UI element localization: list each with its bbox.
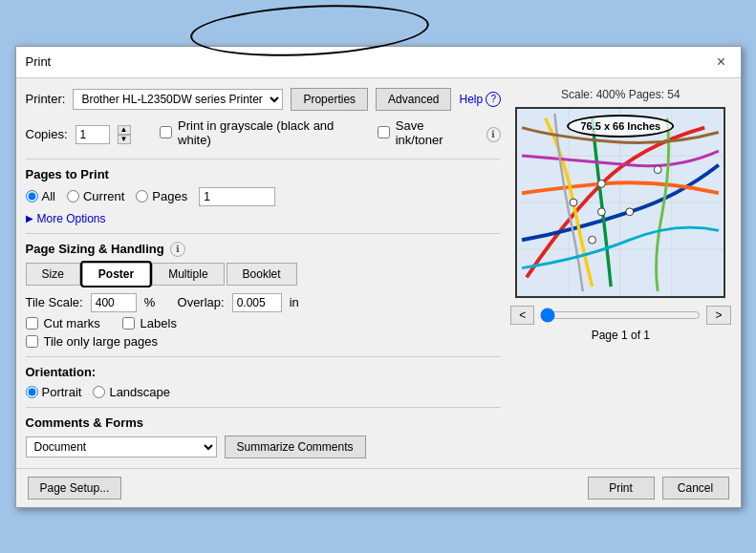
save-ink-checkbox[interactable] bbox=[378, 126, 390, 138]
comments-row: Document Summarize Comments bbox=[26, 436, 502, 458]
printer-label: Printer: bbox=[26, 92, 66, 106]
help-label: Help bbox=[459, 93, 483, 106]
right-panel: Scale: 400% Pages: 54 76.5 x 66 Inches bbox=[510, 88, 730, 458]
tile-scale-unit: % bbox=[144, 295, 156, 309]
pages-input[interactable] bbox=[199, 187, 275, 206]
page-nav: < > bbox=[510, 306, 730, 325]
overlap-input[interactable] bbox=[232, 293, 282, 312]
svg-point-7 bbox=[598, 180, 606, 187]
left-panel: Printer: Brother HL-L2350DW series Print… bbox=[26, 88, 502, 458]
properties-button[interactable]: Properties bbox=[291, 88, 368, 111]
copies-down-button[interactable]: ▼ bbox=[118, 135, 131, 144]
close-button[interactable]: × bbox=[712, 53, 731, 72]
copies-label: Copies: bbox=[26, 127, 68, 141]
landscape-radio-row: Landscape bbox=[93, 385, 170, 399]
labels-checkbox[interactable] bbox=[122, 317, 135, 330]
copies-up-button[interactable]: ▲ bbox=[118, 125, 131, 135]
bottom-right-buttons: Print Cancel bbox=[588, 477, 729, 500]
tile-only-label: Tile only large pages bbox=[44, 334, 158, 349]
tab-poster[interactable]: Poster bbox=[82, 263, 150, 286]
dialog-title: Print bbox=[26, 54, 52, 69]
grayscale-row: Print in grayscale (black and white) Sav… bbox=[160, 118, 501, 151]
svg-point-12 bbox=[655, 165, 662, 173]
page-sizing-label: Page Sizing & Handling bbox=[26, 242, 164, 256]
copies-input[interactable] bbox=[76, 125, 110, 144]
svg-point-10 bbox=[626, 207, 634, 215]
grayscale-checkbox[interactable] bbox=[160, 126, 172, 138]
next-page-button[interactable]: > bbox=[706, 306, 730, 325]
all-radio-row: All bbox=[26, 189, 55, 203]
labels-label: Labels bbox=[140, 316, 177, 330]
pages-radio-group: All Current Pages bbox=[26, 187, 502, 206]
tab-booklet[interactable]: Booklet bbox=[227, 263, 297, 286]
current-radio-row: Current bbox=[67, 189, 124, 203]
cut-marks-row: Cut marks Labels bbox=[26, 316, 502, 330]
preview-svg bbox=[517, 109, 724, 296]
tile-scale-label: Tile Scale: bbox=[26, 295, 83, 309]
bottom-bar: Page Setup... Print Cancel bbox=[16, 468, 741, 507]
pages-to-print-label: Pages to Print bbox=[26, 167, 502, 181]
orientation-radio-group: Portrait Landscape bbox=[26, 385, 502, 399]
save-ink-label: Save ink/toner bbox=[396, 118, 471, 147]
cut-marks-checkbox[interactable] bbox=[26, 317, 38, 330]
more-options-toggle[interactable]: ▶ More Options bbox=[26, 212, 502, 225]
printer-select[interactable]: Brother HL-L2350DW series Printer bbox=[73, 89, 283, 110]
save-ink-info-icon: ℹ bbox=[486, 127, 501, 142]
page-sizing-tabs: Size Poster Multiple Booklet bbox=[26, 263, 502, 286]
portrait-radio[interactable] bbox=[26, 386, 38, 398]
comments-select[interactable]: Document bbox=[26, 436, 217, 457]
portrait-label: Portrait bbox=[42, 385, 82, 399]
pages-radio[interactable] bbox=[136, 190, 148, 202]
dialog-content: Printer: Brother HL-L2350DW series Print… bbox=[16, 78, 741, 468]
landscape-radio[interactable] bbox=[93, 386, 105, 398]
overlap-unit: in bbox=[290, 295, 299, 309]
advanced-button[interactable]: Advanced bbox=[376, 88, 451, 111]
copies-spinner: ▲ ▼ bbox=[118, 125, 131, 144]
save-ink-checkbox-row: Save ink/toner bbox=[378, 118, 471, 147]
svg-point-8 bbox=[598, 207, 606, 215]
summarize-comments-button[interactable]: Summarize Comments bbox=[225, 436, 366, 458]
preview-container: 76.5 x 66 Inches bbox=[515, 107, 725, 298]
landscape-label: Landscape bbox=[109, 385, 170, 399]
current-label: Current bbox=[83, 189, 124, 203]
page-setup-button[interactable]: Page Setup... bbox=[28, 477, 122, 500]
portrait-radio-row: Portrait bbox=[26, 385, 82, 399]
more-options-label: More Options bbox=[37, 212, 106, 225]
print-button[interactable]: Print bbox=[588, 477, 655, 500]
page-sizing-header: Page Sizing & Handling ℹ bbox=[26, 242, 502, 257]
page-info: Page 1 of 1 bbox=[592, 329, 650, 342]
grayscale-label: Print in grayscale (black and white) bbox=[178, 118, 362, 147]
help-icon: ? bbox=[486, 92, 501, 107]
tab-multiple[interactable]: Multiple bbox=[152, 263, 224, 286]
scale-preview-text: Scale: 400% Pages: 54 bbox=[561, 88, 680, 101]
all-label: All bbox=[42, 189, 55, 203]
prev-page-button[interactable]: < bbox=[510, 306, 534, 325]
copies-row: Copies: ▲ ▼ Print in grayscale (black an… bbox=[26, 118, 502, 151]
help-link[interactable]: Help ? bbox=[459, 92, 501, 107]
pages-radio-row: Pages bbox=[136, 189, 187, 203]
tab-size[interactable]: Size bbox=[26, 263, 80, 286]
tile-only-row: Tile only large pages bbox=[26, 334, 502, 349]
overlap-label: Overlap: bbox=[178, 295, 225, 309]
svg-point-11 bbox=[589, 236, 596, 244]
print-dialog: Print × Printer: Brother HL-L2350DW seri… bbox=[15, 46, 742, 508]
tile-scale-row: Tile Scale: % Overlap: in bbox=[26, 293, 502, 312]
preview-box bbox=[515, 107, 725, 298]
tile-scale-input[interactable] bbox=[91, 293, 137, 312]
pages-label: Pages bbox=[152, 189, 187, 203]
grayscale-checkbox-row: Print in grayscale (black and white) bbox=[160, 118, 362, 147]
page-sizing-info-icon: ℹ bbox=[170, 242, 185, 257]
more-options-triangle: ▶ bbox=[26, 213, 33, 223]
orientation-label: Orientation: bbox=[26, 365, 502, 379]
page-slider[interactable] bbox=[540, 308, 701, 323]
tile-only-checkbox[interactable] bbox=[26, 335, 38, 348]
all-radio[interactable] bbox=[26, 190, 38, 202]
comments-forms-label: Comments & Forms bbox=[26, 415, 502, 430]
printer-row: Printer: Brother HL-L2350DW series Print… bbox=[26, 88, 502, 111]
current-radio[interactable] bbox=[67, 190, 79, 202]
cut-marks-label: Cut marks bbox=[44, 316, 100, 330]
svg-point-9 bbox=[570, 199, 577, 206]
cancel-button[interactable]: Cancel bbox=[662, 477, 729, 500]
title-bar: Print × bbox=[16, 47, 741, 78]
